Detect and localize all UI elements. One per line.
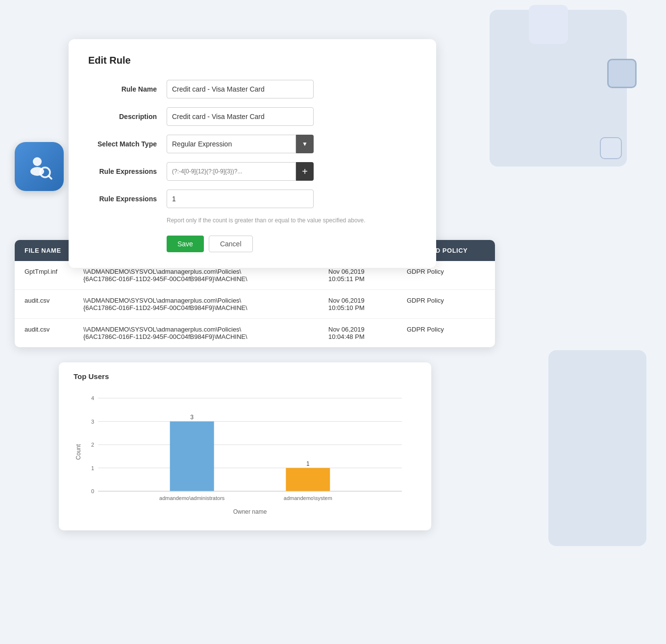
cell-scan-time: Nov 06,201910:05:11 PM (328, 268, 407, 283)
svg-text:Count: Count (75, 444, 82, 460)
rule-name-label: Rule Name (88, 85, 167, 93)
bg-decoration-5 (548, 350, 646, 546)
table-row: audit.csv \\ADMANDEMO\SYSVOL\admanagerpl… (15, 319, 495, 347)
rule-expressions-count-row: Rule Expressions (88, 190, 417, 208)
add-expression-button[interactable] (296, 162, 314, 181)
svg-text:Owner name: Owner name (233, 508, 267, 515)
match-type-row: Select Match Type Regular Expression Key… (88, 135, 417, 153)
svg-text:4: 4 (91, 395, 94, 401)
cell-file-location: \\ADMANDEMO\SYSVOL\admanagerplus.com\Pol… (83, 268, 328, 283)
table-row: audit.csv \\ADMANDEMO\SYSVOL\admanagerpl… (15, 290, 495, 319)
svg-rect-15 (170, 422, 214, 492)
rule-expressions-input-row: Rule Expressions (88, 162, 417, 181)
chart-title: Top Users (74, 372, 417, 381)
bar-chart: 01234Count3admandemo\administrators1adma… (74, 388, 417, 516)
cancel-button[interactable]: Cancel (209, 236, 253, 252)
rule-expressions-count-input[interactable] (167, 190, 314, 208)
svg-text:3: 3 (91, 419, 94, 425)
svg-text:3: 3 (190, 414, 194, 421)
rule-expressions-input-label: Rule Expressions (88, 167, 167, 175)
cell-file-location: \\ADMANDEMO\SYSVOL\admanagerplus.com\Pol… (83, 326, 328, 340)
description-input[interactable] (167, 107, 314, 126)
cell-file-name: audit.csv (25, 297, 83, 311)
cell-file-location: \\ADMANDEMO\SYSVOL\admanagerplus.com\Pol… (83, 297, 328, 311)
cell-violated-policy: GDPR Policy (407, 268, 485, 283)
table-body: GptTmpl.inf \\ADMANDEMO\SYSVOL\admanager… (15, 261, 495, 347)
rule-expressions-count-label: Rule Expressions (88, 195, 167, 203)
svg-text:admandemo\system: admandemo\system (284, 495, 332, 501)
bg-decoration-3 (607, 59, 637, 88)
bg-decoration-2 (529, 5, 568, 44)
cell-scan-time: Nov 06,201910:05:10 PM (328, 297, 407, 311)
match-type-select[interactable]: Regular Expression Keyword File Type (167, 135, 296, 153)
svg-text:1: 1 (91, 465, 94, 471)
form-actions: Save Cancel (167, 236, 417, 252)
svg-line-3 (49, 176, 51, 179)
cell-violated-policy: GDPR Policy (407, 297, 485, 311)
svg-rect-18 (286, 468, 330, 492)
chevron-down-icon[interactable] (296, 135, 314, 153)
hint-text: Report only if the count is greater than… (167, 217, 417, 224)
bg-decoration-4 (600, 137, 622, 159)
match-type-label: Select Match Type (88, 140, 167, 148)
svg-point-0 (33, 157, 42, 166)
cell-file-name: audit.csv (25, 326, 83, 340)
svg-text:0: 0 (91, 488, 94, 494)
cell-violated-policy: GDPR Policy (407, 326, 485, 340)
description-row: Description (88, 107, 417, 126)
rule-name-row: Rule Name (88, 80, 417, 98)
rule-name-input[interactable] (167, 80, 314, 98)
edit-rule-card: Edit Rule Rule Name Description Select M… (69, 39, 436, 268)
search-user-icon (25, 152, 54, 181)
svg-text:1: 1 (306, 460, 310, 467)
rule-expressions-wrap (167, 162, 314, 181)
save-button[interactable]: Save (167, 236, 204, 252)
chart-card: Top Users 01234Count3admandemo\administr… (59, 362, 431, 530)
app-icon (15, 142, 64, 191)
cell-file-name: GptTmpl.inf (25, 268, 83, 283)
rule-expressions-input[interactable] (167, 162, 296, 181)
cell-scan-time: Nov 06,201910:04:48 PM (328, 326, 407, 340)
chart-area: 01234Count3admandemo\administrators1adma… (74, 388, 417, 516)
edit-rule-title: Edit Rule (88, 55, 417, 66)
description-label: Description (88, 113, 167, 120)
match-type-select-wrap: Regular Expression Keyword File Type (167, 135, 314, 153)
svg-text:admandemo\administrators: admandemo\administrators (159, 495, 225, 501)
svg-text:2: 2 (91, 442, 94, 448)
